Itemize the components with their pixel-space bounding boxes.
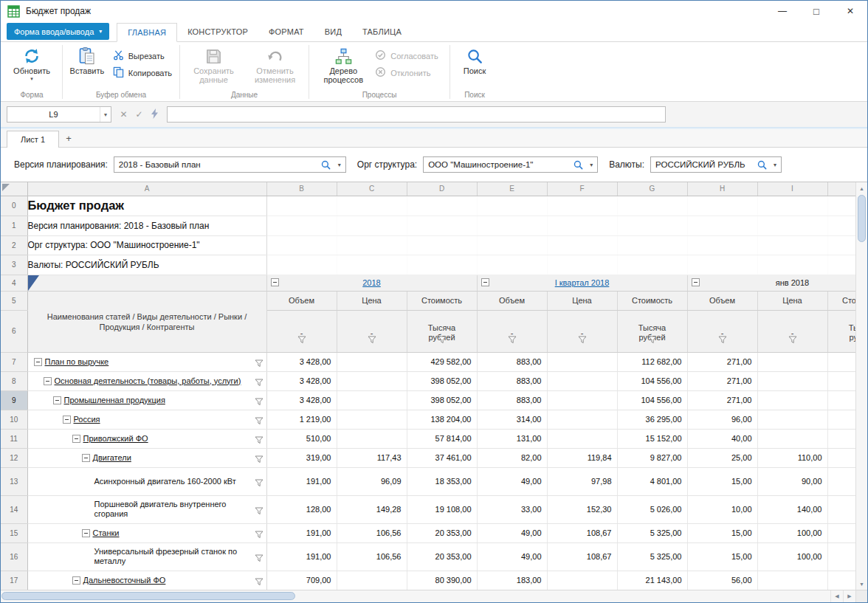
empty-cell[interactable]	[617, 196, 687, 216]
row-label[interactable]: План по выручке	[45, 357, 109, 367]
data-cell[interactable]	[337, 371, 407, 390]
empty-cell[interactable]	[266, 255, 337, 275]
tab-format[interactable]: ФОРМАТ	[258, 23, 314, 41]
data-cell[interactable]	[547, 371, 617, 390]
collapse-icon[interactable]	[34, 358, 42, 366]
column-header-D[interactable]: D	[407, 182, 477, 196]
data-cell[interactable]: 106,56	[337, 542, 407, 571]
data-cell[interactable]: 1 219,00	[266, 410, 337, 429]
row-label-cell[interactable]: Промышленная продукция	[27, 390, 266, 410]
row-label-cell[interactable]: Дальневосточный ФО	[27, 571, 266, 590]
cell-reference-box[interactable]: L9 ▾	[7, 106, 111, 123]
data-cell[interactable]: 3 428,00	[266, 390, 337, 410]
data-cell[interactable]: 128,00	[266, 495, 337, 523]
empty-cell[interactable]	[547, 255, 617, 275]
close-button[interactable]: ✕	[833, 1, 867, 21]
row-header-12[interactable]: 12	[1, 448, 27, 467]
row-header-0[interactable]: 0	[1, 196, 27, 216]
data-cell[interactable]: 36 295,00	[617, 410, 687, 429]
data-cell[interactable]: 429 582,00	[407, 352, 477, 371]
data-cell[interactable]: 49,00	[477, 542, 547, 571]
collapse-icon[interactable]	[53, 396, 61, 404]
row-header-7[interactable]: 7	[1, 352, 27, 371]
empty-cell[interactable]	[547, 235, 617, 255]
data-cell[interactable]	[757, 410, 827, 429]
data-cell[interactable]	[827, 352, 855, 371]
data-cell[interactable]: 100,00	[757, 523, 827, 542]
filter-funnel-icon[interactable]	[255, 415, 264, 428]
filter-funnel-icon[interactable]	[508, 336, 517, 345]
column-header-I[interactable]: I	[757, 182, 827, 196]
row-label-cell[interactable]: Россия	[27, 410, 266, 429]
chevron-down-icon[interactable]: ▾	[100, 107, 111, 122]
filter-funnel-icon[interactable]	[578, 336, 587, 345]
empty-cell[interactable]	[757, 216, 827, 235]
row-header-6[interactable]: 6	[1, 310, 27, 352]
data-cell[interactable]: 25,00	[687, 448, 757, 467]
data-cell[interactable]: 314,00	[477, 410, 547, 429]
tab-table[interactable]: ТАБЛИЦА	[352, 23, 412, 41]
empty-cell[interactable]	[687, 216, 757, 235]
column-header-A[interactable]: A	[27, 182, 266, 196]
data-cell[interactable]	[547, 410, 617, 429]
data-cell[interactable]: 49,00	[477, 523, 547, 542]
data-cell[interactable]: 138 204,00	[407, 410, 477, 429]
collapse-icon[interactable]	[63, 416, 71, 424]
data-cell[interactable]: 110,00	[757, 448, 827, 467]
empty-cell[interactable]	[547, 196, 617, 216]
empty-cell[interactable]	[337, 196, 407, 216]
empty-cell[interactable]	[827, 255, 855, 275]
data-cell[interactable]: 33,00	[477, 495, 547, 523]
row-label-cell[interactable]: Станки	[27, 523, 266, 542]
data-cell[interactable]: 4 801,00	[617, 467, 687, 495]
column-header-B[interactable]: B	[266, 182, 337, 196]
empty-cell[interactable]	[337, 216, 407, 235]
data-cell[interactable]: 96,00	[687, 410, 757, 429]
collapse-icon[interactable]	[481, 278, 489, 286]
collapse-icon[interactable]	[82, 454, 90, 462]
tab-home[interactable]: ГЛАВНАЯ	[117, 23, 177, 42]
empty-cell[interactable]	[266, 235, 337, 255]
filter-funnel-icon[interactable]	[255, 552, 264, 565]
filter-funnel-icon[interactable]	[255, 376, 264, 390]
refresh-button[interactable]: Обновить ▾	[6, 44, 58, 91]
data-cell[interactable]: 104 556,00	[617, 390, 687, 410]
data-cell[interactable]: 5 325,00	[617, 523, 687, 542]
column-header-partial[interactable]	[827, 182, 855, 196]
empty-cell[interactable]	[266, 196, 337, 216]
data-cell[interactable]: 152,30	[547, 495, 617, 523]
filter-funnel-icon[interactable]	[255, 396, 264, 409]
data-cell[interactable]: 398 052,00	[407, 390, 477, 410]
vertical-scroll-thumb[interactable]	[858, 195, 866, 242]
column-header-F[interactable]: F	[547, 182, 617, 196]
area-marker-cell[interactable]	[27, 275, 266, 291]
org-structure-combo[interactable]: ООО "Машиностроение-1" ▾	[423, 156, 598, 173]
empty-cell[interactable]	[477, 255, 547, 275]
row-label-cell[interactable]: Двигатели	[27, 448, 266, 467]
data-cell[interactable]: 90,00	[757, 467, 827, 495]
data-cell[interactable]: 271,00	[687, 390, 757, 410]
row-header-13[interactable]: 13	[1, 467, 27, 495]
data-cell[interactable]: 15,00	[687, 467, 757, 495]
search-icon[interactable]	[571, 160, 585, 170]
formula-input[interactable]	[167, 106, 666, 123]
data-cell[interactable]: 149,28	[337, 495, 407, 523]
column-header-G[interactable]: G	[617, 182, 687, 196]
data-cell[interactable]: 191,00	[266, 523, 337, 542]
currency-combo[interactable]: РОССИЙСКИЙ РУБЛЬ ▾	[650, 156, 782, 173]
data-cell[interactable]: 108,67	[547, 542, 617, 571]
data-cell[interactable]: 49,00	[477, 467, 547, 495]
data-cell[interactable]: 271,00	[687, 371, 757, 390]
column-header-C[interactable]: C	[337, 182, 407, 196]
empty-cell[interactable]	[757, 255, 827, 275]
empty-cell[interactable]	[337, 235, 407, 255]
data-cell[interactable]: 18 353,00	[407, 467, 477, 495]
data-cell[interactable]	[827, 429, 855, 448]
filter-funnel-icon[interactable]	[255, 434, 264, 447]
row-label[interactable]: Россия	[74, 415, 100, 424]
data-cell[interactable]: 19 108,00	[407, 495, 477, 523]
process-tree-button[interactable]: Дерево процессов	[316, 44, 371, 91]
period-group-label[interactable]: 2018	[362, 278, 380, 287]
data-cell[interactable]: 3 428,00	[266, 371, 337, 390]
approve-button[interactable]: Согласовать	[371, 48, 442, 63]
